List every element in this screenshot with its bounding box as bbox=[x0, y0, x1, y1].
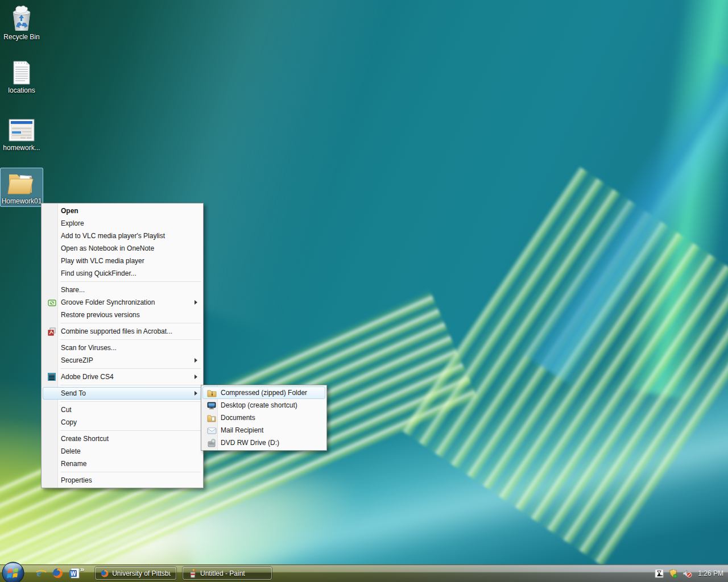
menu-item-vlc-playlist[interactable]: Add to VLC media player's Playlist bbox=[43, 230, 202, 242]
menu-separator bbox=[60, 368, 201, 369]
menu-item-send-to[interactable]: Send To bbox=[43, 387, 202, 400]
documents-folder-icon bbox=[205, 413, 218, 423]
menu-separator bbox=[60, 339, 201, 340]
submenu-arrow-icon bbox=[195, 358, 197, 363]
groove-icon bbox=[46, 297, 58, 307]
submenu-item-dvd-drive[interactable]: DVD RW Drive (D:) bbox=[202, 436, 325, 449]
desktop-icon-label: homework... bbox=[3, 144, 40, 152]
acrobat-icon bbox=[46, 326, 58, 336]
menu-item-copy[interactable]: Copy bbox=[43, 416, 202, 429]
wallpaper-edge-curve bbox=[621, 0, 728, 402]
menu-item-securezip[interactable]: SecureZIP bbox=[43, 354, 202, 367]
menu-item-share[interactable]: Share... bbox=[43, 284, 202, 296]
wallpaper-blue-ribbon bbox=[518, 55, 728, 388]
svg-text:e: e bbox=[37, 568, 42, 579]
taskbar-clock[interactable]: 1:26 PM bbox=[697, 569, 723, 577]
folder-icon: 9 bbox=[6, 170, 38, 196]
svg-text:W: W bbox=[71, 570, 76, 576]
desktop-monitor-icon bbox=[205, 400, 218, 410]
start-button[interactable] bbox=[2, 562, 24, 582]
zip-folder-icon bbox=[205, 388, 218, 398]
internet-explorer-icon[interactable]: e bbox=[35, 567, 47, 579]
desktop-icon-label: locations bbox=[8, 87, 35, 94]
security-shield-icon[interactable] bbox=[668, 568, 678, 578]
taskbar: e W » University of Pittsbu... Untitled … bbox=[0, 564, 728, 582]
dvd-drive-icon bbox=[205, 438, 218, 448]
submenu-item-desktop[interactable]: Desktop (create shortcut) bbox=[202, 399, 325, 411]
menu-item-quickfinder[interactable]: Find using QuickFinder... bbox=[43, 267, 202, 280]
quick-launch-overflow-chevron[interactable]: » bbox=[80, 565, 84, 573]
submenu-item-mail[interactable]: Mail Recipient bbox=[202, 424, 325, 436]
submenu-item-zip-folder[interactable]: Compressed (zipped) Folder bbox=[202, 386, 325, 399]
menu-separator bbox=[60, 430, 201, 431]
image-thumbnail-icon bbox=[7, 118, 36, 143]
mail-envelope-icon bbox=[205, 425, 218, 435]
paint-icon bbox=[188, 569, 197, 578]
word-icon[interactable]: W bbox=[68, 567, 80, 579]
menu-item-scan-viruses[interactable]: Scan for Viruses... bbox=[43, 342, 202, 354]
menu-item-cut[interactable]: Cut bbox=[43, 404, 202, 416]
submenu-arrow-icon bbox=[195, 375, 197, 379]
menu-item-properties[interactable]: Properties bbox=[43, 474, 202, 487]
desktop-icon-homework01[interactable]: 9 Homework01 bbox=[0, 168, 43, 207]
wallpaper-green-fan bbox=[401, 167, 728, 567]
menu-item-explore[interactable]: Explore bbox=[43, 217, 202, 230]
taskbar-button-label: University of Pittsbu... bbox=[112, 569, 171, 577]
desktop-icon-homework[interactable]: homework... bbox=[0, 115, 43, 153]
menu-separator bbox=[60, 472, 201, 472]
menu-separator bbox=[60, 281, 201, 282]
taskbar-button-paint[interactable]: Untitled - Paint bbox=[183, 567, 272, 580]
menu-item-adobe-drive[interactable]: Adobe Drive CS4 bbox=[43, 371, 202, 383]
menu-item-restore-versions[interactable]: Restore previous versions bbox=[43, 309, 202, 321]
menu-separator bbox=[60, 401, 201, 402]
menu-item-rename[interactable]: Rename bbox=[43, 458, 202, 470]
send-to-submenu: Compressed (zipped) Folder Desktop (crea… bbox=[201, 385, 327, 451]
desktop-icon-label: Homework01 bbox=[2, 198, 42, 205]
recycle-bin-icon bbox=[9, 5, 35, 32]
menu-separator bbox=[60, 385, 201, 385]
system-tray: 1:26 PM bbox=[654, 564, 723, 582]
menu-item-delete[interactable]: Delete bbox=[43, 445, 202, 458]
submenu-item-documents[interactable]: Documents bbox=[202, 411, 325, 424]
desktop-icon-locations[interactable]: locations bbox=[0, 57, 43, 96]
text-file-icon bbox=[10, 59, 33, 85]
menu-item-vlc-play[interactable]: Play with VLC media player bbox=[43, 255, 202, 267]
taskbar-button-firefox[interactable]: University of Pittsbu... bbox=[95, 567, 176, 580]
firefox-icon bbox=[101, 569, 109, 578]
volume-muted-icon[interactable] bbox=[682, 568, 692, 578]
taskbar-button-label: Untitled - Paint bbox=[200, 569, 245, 577]
desktop-icon-label: Recycle Bin bbox=[3, 34, 39, 41]
context-menu: Open Explore Add to VLC media player's P… bbox=[41, 203, 204, 488]
submenu-arrow-icon bbox=[195, 391, 197, 396]
hourglass-tray-icon[interactable] bbox=[654, 568, 664, 578]
submenu-arrow-icon bbox=[195, 300, 197, 305]
menu-item-groove-sync[interactable]: Groove Folder Synchronization bbox=[43, 296, 202, 309]
desktop-icon-recycle-bin[interactable]: Recycle Bin bbox=[0, 2, 43, 43]
menu-item-create-shortcut[interactable]: Create Shortcut bbox=[43, 433, 202, 445]
firefox-icon[interactable] bbox=[52, 567, 63, 579]
adobe-drive-icon bbox=[46, 372, 58, 382]
menu-item-combine-acrobat[interactable]: Combine supported files in Acrobat... bbox=[43, 325, 202, 338]
menu-item-onenote[interactable]: Open as Notebook in OneNote bbox=[43, 242, 202, 255]
quick-launch: e W bbox=[35, 567, 80, 579]
menu-separator bbox=[60, 323, 201, 323]
menu-item-open[interactable]: Open bbox=[43, 205, 202, 217]
